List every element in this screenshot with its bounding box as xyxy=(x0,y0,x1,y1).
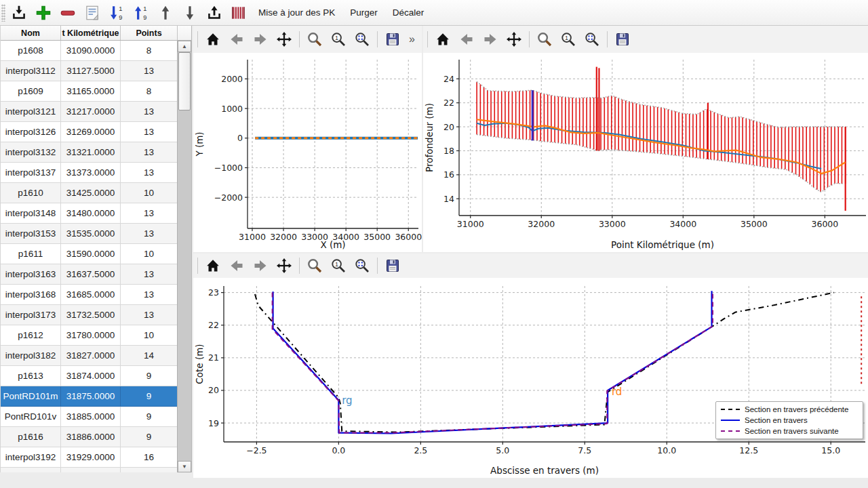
table-cell[interactable]: p1609 xyxy=(1,81,61,102)
table-cell[interactable]: interpol3112 xyxy=(1,61,61,81)
table-cell[interactable]: p1608 xyxy=(1,41,61,61)
table-row[interactable]: PontRD101v31885.00009 xyxy=(1,407,178,427)
back-button[interactable] xyxy=(228,30,245,48)
table-row[interactable]: p160831090.00008 xyxy=(1,41,178,61)
table-row[interactable]: interpol317331732.500013 xyxy=(1,305,178,325)
table-cell[interactable]: 10 xyxy=(121,244,178,264)
add-button[interactable] xyxy=(33,2,54,24)
table-cell[interactable]: 9 xyxy=(121,386,178,407)
table-cell[interactable]: 31827.0000 xyxy=(61,346,121,366)
pan-button[interactable] xyxy=(275,257,293,274)
forward-button[interactable] xyxy=(481,30,499,48)
table-cell[interactable]: interpol3192 xyxy=(1,447,61,468)
scrollbar-thumb[interactable] xyxy=(178,52,191,110)
home-button[interactable] xyxy=(434,30,452,48)
toolbar-overflow-button[interactable]: » xyxy=(409,33,415,45)
table-cell[interactable]: p1611 xyxy=(1,244,61,264)
table-scrollbar[interactable]: ▲ ▼ xyxy=(177,41,191,472)
remove-button[interactable] xyxy=(57,2,79,24)
table-cell[interactable]: 31269.0000 xyxy=(61,122,121,142)
table-row[interactable]: p161631886.00009 xyxy=(1,427,178,447)
table-row[interactable]: interpol318231827.000014 xyxy=(1,346,178,366)
table-cell[interactable]: 31874.0000 xyxy=(61,366,121,386)
table-cell[interactable]: 31425.0000 xyxy=(61,183,121,203)
forward-button[interactable] xyxy=(252,257,269,274)
table-cell[interactable]: 31685.0000 xyxy=(61,285,121,305)
table-cell[interactable]: 31480.0000 xyxy=(61,203,121,224)
profil-plot-canvas[interactable]: 3100032000330003400035000360001416182022… xyxy=(423,53,868,252)
table-cell[interactable]: p1610 xyxy=(1,183,61,203)
pan-button[interactable] xyxy=(505,30,523,48)
table-cell[interactable]: 13 xyxy=(121,305,178,325)
home-button[interactable] xyxy=(204,257,222,274)
table-cell[interactable]: 10 xyxy=(121,183,178,203)
save-button[interactable] xyxy=(384,30,401,48)
sort-descending-button[interactable]: 19 xyxy=(106,2,127,24)
table-cell[interactable]: 9 xyxy=(121,366,178,386)
table-row[interactable]: interpol313231321.000013 xyxy=(1,142,178,163)
table-cell[interactable]: 31127.5000 xyxy=(61,61,121,81)
zoom-button[interactable] xyxy=(306,257,323,274)
table-cell[interactable]: 13 xyxy=(121,122,178,142)
table-cell[interactable]: 13 xyxy=(121,163,178,183)
table-cell[interactable]: 31732.5000 xyxy=(61,305,121,325)
zoom-button[interactable] xyxy=(536,30,553,48)
table-cell[interactable]: p1616 xyxy=(1,427,61,447)
move-up-button[interactable] xyxy=(155,2,176,24)
table-cell[interactable]: 31929.0000 xyxy=(61,447,121,468)
table-cell[interactable]: interpol3163 xyxy=(1,264,61,285)
table-cell[interactable]: 31090.0000 xyxy=(61,41,121,61)
purge-button[interactable]: Purger xyxy=(344,2,384,24)
table-cell[interactable]: 31780.0000 xyxy=(61,325,121,346)
table-row[interactable]: interpol312131217.000013 xyxy=(1,102,178,122)
table-cell[interactable]: interpol3132 xyxy=(1,142,61,163)
export-button[interactable] xyxy=(203,2,225,24)
table-row[interactable]: p161331874.00009 xyxy=(1,366,178,386)
table-cell[interactable]: interpol3137 xyxy=(1,163,61,183)
zoom-one-button[interactable]: 1 xyxy=(330,257,347,274)
zoom-fit-button[interactable] xyxy=(583,30,601,48)
table-cell[interactable]: interpol3126 xyxy=(1,122,61,142)
table-cell[interactable]: 13 xyxy=(121,264,178,285)
column-header-pk[interactable]: t Kilométrique xyxy=(61,26,121,40)
table-cell[interactable]: 9 xyxy=(121,427,178,447)
table-cell[interactable]: 31165.0000 xyxy=(61,81,121,102)
table-row[interactable]: interpol314831480.000013 xyxy=(1,203,178,224)
table-row[interactable]: PontRD101m31875.00009 xyxy=(1,386,178,407)
table-cell[interactable]: 13 xyxy=(121,203,178,224)
table-cell[interactable]: 31373.0000 xyxy=(61,163,121,183)
table-cell[interactable]: 9 xyxy=(121,407,178,427)
zoom-one-button[interactable]: 1 xyxy=(559,30,577,48)
table-cell[interactable]: 13 xyxy=(121,102,178,122)
sections-button[interactable] xyxy=(228,2,250,24)
table-row[interactable]: interpol312631269.000013 xyxy=(1,122,178,142)
table-cell[interactable]: 31590.0000 xyxy=(61,244,121,264)
table-cell[interactable]: interpol3148 xyxy=(1,203,61,224)
table-cell[interactable]: interpol3173 xyxy=(1,305,61,325)
section-plot-canvas[interactable]: −2.50.02.55.07.510.012.515.01920212223Ab… xyxy=(193,278,868,478)
table-row[interactable]: interpol316831685.000013 xyxy=(1,285,178,305)
table-cell[interactable]: 13 xyxy=(121,61,178,81)
table-cell[interactable]: p1612 xyxy=(1,325,61,346)
table-cell[interactable]: 8 xyxy=(121,81,178,102)
shift-button[interactable]: Décaler xyxy=(387,2,431,24)
scroll-up-button[interactable]: ▲ xyxy=(178,41,191,52)
table-cell[interactable]: 8 xyxy=(121,41,178,61)
table-cell[interactable]: 31321.0000 xyxy=(61,142,121,163)
table-cell[interactable]: PontRD101m xyxy=(1,386,61,407)
zoom-fit-button[interactable] xyxy=(353,30,371,48)
table-row[interactable]: p161231780.000010 xyxy=(1,325,178,346)
plan-plot-canvas[interactable]: 310003200033000340003500036000−2000−1000… xyxy=(193,53,422,252)
new-document-button[interactable] xyxy=(81,2,103,24)
home-button[interactable] xyxy=(204,30,222,48)
column-header-points[interactable]: Points xyxy=(121,26,178,40)
column-header-nom[interactable]: Nom xyxy=(1,26,61,40)
table-cell[interactable]: 13 xyxy=(121,224,178,244)
table-cell[interactable]: 31875.0000 xyxy=(61,386,121,407)
table-row[interactable]: interpol315331535.000013 xyxy=(1,224,178,244)
table-cell[interactable]: 31885.0000 xyxy=(61,407,121,427)
scroll-down-button[interactable]: ▼ xyxy=(178,461,191,472)
back-button[interactable] xyxy=(458,30,475,48)
zoom-one-button[interactable]: 1 xyxy=(330,30,347,48)
table-row[interactable]: p161031425.000010 xyxy=(1,183,178,203)
